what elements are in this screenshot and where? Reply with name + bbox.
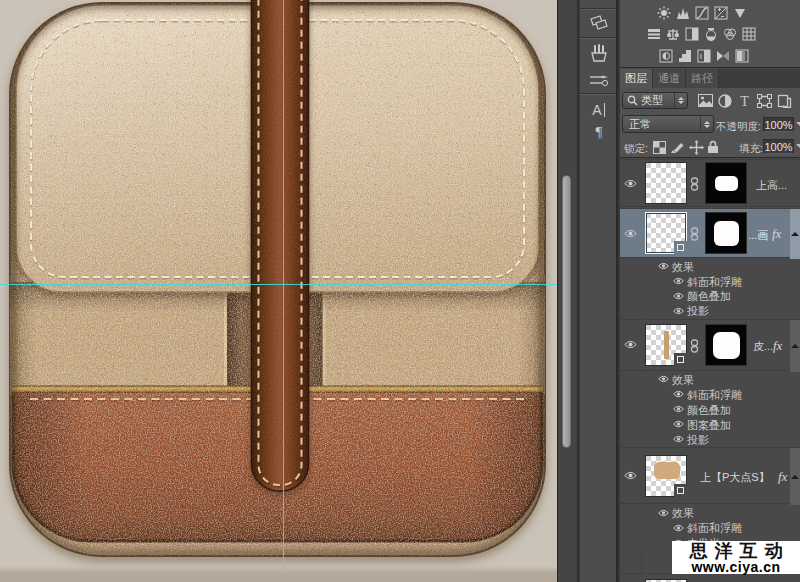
filter-type-layers-icon[interactable]: T [736,93,752,108]
canvas-area[interactable] [0,0,557,582]
collapse-effects-chevron-icon[interactable] [790,320,800,372]
layer-mask-thumbnail[interactable] [705,212,747,254]
mask-badge-square [677,244,684,251]
dock-group-divider [580,8,616,9]
gradient-map-icon[interactable] [716,49,730,63]
layer-name[interactable]: 上高... [756,178,787,193]
fill-value[interactable]: 100% [763,139,794,154]
exposure-icon[interactable] [714,6,728,20]
filter-adjustment-layers-icon[interactable] [717,93,733,108]
layer-mask-link-icon[interactable] [690,177,699,195]
layer-visibility-eye-icon[interactable] [624,340,637,349]
fill-spinner-icon[interactable] [796,144,800,148]
filter-pixel-layers-icon[interactable] [697,93,713,108]
effect-item-row[interactable]: 投影 [620,303,800,318]
dock-panel-brush-presets-icon[interactable] [588,42,610,64]
layer-visibility-eye-icon[interactable] [624,179,637,188]
vibrance-icon[interactable] [733,6,747,20]
layer-visibility-eye-icon[interactable] [624,471,637,480]
layer-mask-thumbnail[interactable] [705,162,747,204]
effect-name: 斜面和浮雕 [687,388,742,403]
filter-kind-dropdown[interactable]: 类型 [622,92,688,109]
filter-smart-objects-icon[interactable] [776,93,792,108]
effect-visibility-eye-icon[interactable] [673,435,684,443]
layer-row[interactable]: ...画fx [620,208,800,258]
photo-filter-icon[interactable] [704,27,718,41]
collapse-effects-chevron-icon[interactable] [790,209,800,259]
effects-visibility-eye-icon[interactable] [658,262,669,270]
effects-header-row[interactable]: 效果 [620,505,800,520]
layer-mask-link-icon[interactable] [690,339,699,357]
opacity-value[interactable]: 100% [763,117,794,132]
effect-item-row[interactable]: 投影 [620,432,800,447]
adjustments-row [647,27,756,41]
effect-visibility-eye-icon[interactable] [673,292,684,300]
effect-item-row[interactable]: 斜面和浮雕 [620,274,800,289]
color-balance-icon[interactable] [666,27,680,41]
layer-thumbnail[interactable] [645,579,687,582]
layer-row[interactable]: 上高... [620,159,800,207]
layer-thumbnail[interactable] [645,212,687,254]
posterize-icon[interactable] [678,49,692,63]
effect-visibility-eye-icon[interactable] [673,390,684,398]
layer-row[interactable]: 皮...fx [620,319,800,371]
effect-item-row[interactable]: 颜色叠加 [620,289,800,304]
layer-name[interactable]: ...画 [748,228,768,243]
effects-visibility-eye-icon[interactable] [658,375,669,383]
brightness-contrast-icon[interactable] [657,6,671,20]
channel-mixer-icon[interactable] [723,27,737,41]
opacity-spinner-icon[interactable] [796,122,800,126]
effect-item-row[interactable]: 颜色叠加 [620,402,800,417]
curves-icon[interactable] [695,6,709,20]
effect-item-row[interactable]: 斜面和浮雕 [620,520,800,535]
layer-mask-thumbnail[interactable] [705,324,747,366]
effects-header-row[interactable]: 效果 [620,372,800,387]
dock-group-divider [580,93,616,94]
dock-panel-paragraph-icon[interactable]: ¶ [588,121,610,143]
layer-thumbnail[interactable] [645,324,687,366]
layer-thumbnail[interactable] [645,162,687,204]
tab-layers[interactable]: 图层 [620,69,653,88]
effect-visibility-eye-icon[interactable] [673,307,684,315]
filter-shape-layers-icon[interactable] [756,93,772,108]
levels-icon[interactable] [676,6,690,20]
dock-panel-character-icon[interactable]: A [588,99,610,121]
effect-visibility-eye-icon[interactable] [673,277,684,285]
invert-icon[interactable] [659,49,673,63]
dock-panel-tool-presets-icon[interactable] [588,69,610,91]
guide-horizontal[interactable] [0,284,557,285]
svg-text:A: A [592,102,602,118]
tab-paths[interactable]: 路径 [686,69,719,88]
layer-mask-link-icon[interactable] [690,227,699,245]
effects-visibility-eye-icon[interactable] [658,509,669,517]
effect-name: 颜色叠加 [687,403,731,418]
tab-channels[interactable]: 通道 [653,69,686,88]
effects-header-row[interactable]: 效果 [620,259,800,274]
layer-thumbnail[interactable] [645,455,687,497]
threshold-icon[interactable] [697,49,711,63]
lock-all-icon[interactable] [705,139,721,155]
lock-position-icon[interactable] [688,139,704,155]
lock-transparent-pixels-icon[interactable] [651,139,667,155]
selective-color-icon[interactable] [735,49,749,63]
guide-vertical[interactable] [283,0,284,582]
layer-visibility-eye-icon[interactable] [624,229,637,238]
blend-mode-dropdown[interactable]: 正常 [622,115,714,133]
effect-visibility-eye-icon[interactable] [673,420,684,428]
effect-visibility-eye-icon[interactable] [673,524,684,532]
effect-item-row[interactable]: 斜面和浮雕 [620,387,800,402]
layer-name[interactable]: 上【P大点S】 [700,470,770,485]
dock-panel-clone-source-icon[interactable] [588,12,610,34]
collapse-effects-chevron-icon[interactable] [790,448,800,505]
canvas-vertical-scrollbar[interactable] [557,0,578,582]
effect-item-row[interactable]: 图案叠加 [620,417,800,432]
black-white-icon[interactable] [685,27,699,41]
watermark: 思洋互动 www.ciya.cn [672,541,800,574]
layer-row[interactable]: 上【P大点S】fx [620,447,800,504]
color-lookup-icon[interactable] [742,27,756,41]
layer-name[interactable]: 皮... [753,339,773,354]
effect-visibility-eye-icon[interactable] [673,405,684,413]
hue-saturation-icon[interactable] [647,27,661,41]
scrollbar-thumb[interactable] [562,175,571,448]
lock-image-pixels-icon[interactable] [669,139,685,155]
